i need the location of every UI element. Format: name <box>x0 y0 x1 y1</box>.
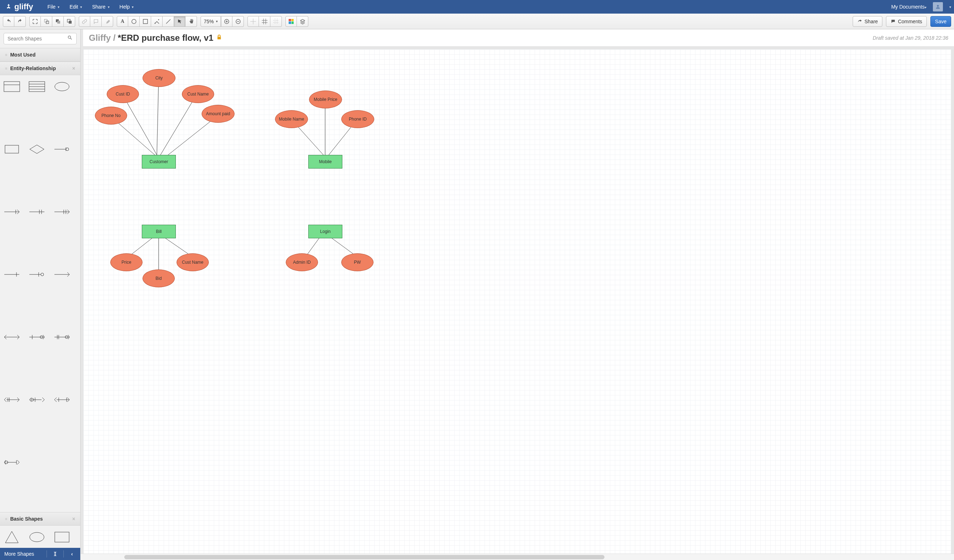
shape-line-bar[interactable] <box>3 267 21 282</box>
entity-customer[interactable]: Customer <box>142 155 176 168</box>
pointer-tool[interactable] <box>174 16 186 27</box>
entity-login[interactable]: Login <box>308 225 342 238</box>
attr-cust-name[interactable]: Cust Name <box>182 85 214 103</box>
shape-double-crow-1[interactable] <box>3 330 21 344</box>
entity-bill[interactable]: Bill <box>142 225 176 238</box>
menu-edit[interactable]: Edit▾ <box>70 4 82 10</box>
attr-phone-no[interactable]: Phone No <box>95 107 127 124</box>
rect-tool[interactable] <box>140 16 151 27</box>
zoom-in-button[interactable] <box>221 16 232 27</box>
breadcrumb[interactable]: Gliffy / <box>89 33 116 43</box>
scroll-thumb[interactable] <box>124 555 605 559</box>
section-basic-shapes[interactable]: ≡ Basic Shapes × <box>0 512 80 526</box>
bring-front-button[interactable] <box>52 16 64 27</box>
search-shapes-input[interactable] <box>3 33 76 44</box>
shape-diamond[interactable] <box>28 142 46 156</box>
line-icon <box>165 19 171 24</box>
shape-rectangle[interactable] <box>53 530 71 544</box>
shape-crowfoot-2[interactable] <box>28 205 46 219</box>
shape-crowfoot-1[interactable] <box>3 205 21 219</box>
attr-bid[interactable]: Bid <box>142 269 175 287</box>
ellipse-tool[interactable] <box>128 16 140 27</box>
zoom-in-icon <box>224 19 229 24</box>
close-icon[interactable]: × <box>72 516 75 522</box>
attr-price[interactable]: Price <box>110 254 142 271</box>
fit-button[interactable] <box>30 16 41 27</box>
collapse-sidebar-button[interactable]: ‹ <box>68 550 76 558</box>
shape-rect[interactable] <box>3 142 21 156</box>
section-label: Entity-Relationship <box>10 65 56 71</box>
undo-button[interactable] <box>3 16 14 27</box>
shape-crowfoot-3[interactable] <box>53 205 71 219</box>
horizontal-scrollbar[interactable] <box>81 554 954 560</box>
snap-button[interactable] <box>248 16 259 27</box>
redo-button[interactable] <box>14 16 26 27</box>
shape-double-crow-7[interactable] <box>3 455 21 470</box>
shape-ellipse[interactable] <box>28 530 46 544</box>
attr-mobile-name[interactable]: Mobile Name <box>275 110 308 128</box>
send-back-button[interactable] <box>64 16 75 27</box>
undo-icon <box>6 19 11 24</box>
shape-double-crow-5[interactable] <box>28 392 46 407</box>
zoom-select[interactable]: 75%▾ <box>201 16 221 27</box>
note-button[interactable] <box>90 16 102 27</box>
zoom-out-button[interactable] <box>232 16 244 27</box>
menu-right: My Documents▾ ▾ <box>891 2 951 11</box>
menu-file[interactable]: File▾ <box>48 4 60 10</box>
insert-group <box>79 16 113 27</box>
shape-line-plain[interactable] <box>53 267 71 282</box>
shape-entity-box[interactable] <box>3 79 21 94</box>
attr-admin-id[interactable]: Admin ID <box>286 254 318 271</box>
shape-double-crow-6[interactable] <box>53 392 71 407</box>
shape-triangle[interactable] <box>3 530 21 544</box>
shape-line-circle[interactable] <box>28 267 46 282</box>
link-button[interactable] <box>79 16 90 27</box>
document-title[interactable]: *ERD purchase flow, v1 <box>118 33 214 43</box>
group-button[interactable] <box>41 16 52 27</box>
section-entity-relationship[interactable]: ≡ Entity-Relationship × <box>0 62 80 75</box>
chevron-down-icon[interactable]: ▾ <box>949 5 951 9</box>
shape-double-crow-3[interactable] <box>53 330 71 344</box>
attr-mobile-price[interactable]: Mobile Price <box>309 90 342 109</box>
attr-city[interactable]: City <box>142 69 176 87</box>
svg-line-34 <box>17 210 19 212</box>
pan-tool[interactable] <box>186 16 197 27</box>
shape-line-circle-end[interactable] <box>53 142 71 156</box>
menu-share[interactable]: Share▾ <box>92 4 109 10</box>
more-shapes-link[interactable]: More Shapes <box>4 551 42 557</box>
close-icon[interactable]: × <box>72 65 75 71</box>
attr-amount-paid[interactable]: Amount paid <box>202 105 235 123</box>
grid-button[interactable] <box>259 16 270 27</box>
popup-button[interactable] <box>102 16 113 27</box>
line-tool[interactable] <box>162 16 174 27</box>
section-most-used[interactable]: ≡ Most Used <box>0 48 80 62</box>
theme-button[interactable] <box>285 16 297 27</box>
menu-my-documents[interactable]: My Documents▾ <box>891 4 926 10</box>
attr-phone-id[interactable]: Phone ID <box>341 110 374 128</box>
attr-cust-id[interactable]: Cust ID <box>107 85 139 103</box>
shape-attribute-ellipse[interactable] <box>53 79 71 94</box>
layers-button[interactable] <box>297 16 308 27</box>
user-avatar[interactable] <box>933 2 943 11</box>
svg-line-10 <box>166 19 170 23</box>
shape-entity-rows[interactable] <box>28 79 46 94</box>
gliffy-logo-icon <box>5 3 12 10</box>
share-button[interactable]: Share <box>853 16 882 27</box>
attr-cust-name-2[interactable]: Cust Name <box>176 254 209 271</box>
diagram-canvas[interactable]: Phone No Cust ID City Cust Name Amount p… <box>83 50 951 554</box>
attr-pw[interactable]: PW <box>341 254 374 271</box>
entity-mobile[interactable]: Mobile <box>308 155 342 168</box>
canvas-scroll[interactable]: Phone No Cust ID City Cust Name Amount p… <box>81 47 954 554</box>
shape-double-crow-2[interactable] <box>28 330 46 344</box>
hand-icon <box>189 19 194 24</box>
shape-double-crow-4[interactable] <box>3 392 21 407</box>
connector-tool[interactable] <box>151 16 162 27</box>
comments-button[interactable]: Comments <box>886 16 927 27</box>
guides-button[interactable] <box>270 16 282 27</box>
svg-rect-20 <box>4 82 20 92</box>
expand-icon[interactable] <box>51 550 59 558</box>
menu-help[interactable]: Help▾ <box>120 4 134 10</box>
save-button[interactable]: Save <box>931 16 951 27</box>
text-tool[interactable]: A <box>117 16 128 27</box>
svg-point-6 <box>132 19 136 23</box>
